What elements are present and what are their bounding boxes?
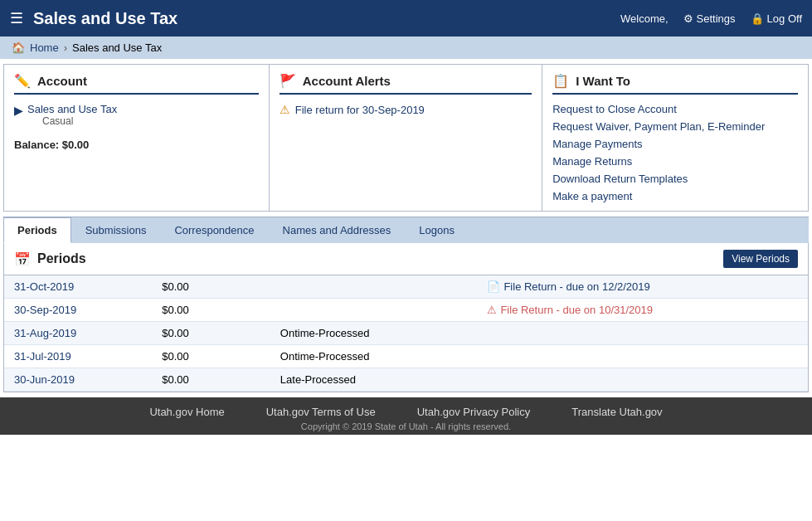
account-type: Casual	[42, 115, 117, 127]
period-status: Ontime-Processed	[270, 345, 478, 368]
footer-link-item[interactable]: Utah.gov Privacy Policy	[417, 406, 531, 418]
table-row: 31-Jul-2019$0.00Ontime-Processed	[4, 345, 808, 368]
period-amount: $0.00	[152, 275, 270, 299]
period-date[interactable]: 30-Sep-2019	[4, 299, 152, 322]
table-row: 31-Aug-2019$0.00Ontime-Processed	[4, 322, 808, 345]
period-date[interactable]: 30-Jun-2019	[4, 368, 152, 392]
period-status	[270, 275, 478, 299]
flag-icon: 🚩	[280, 73, 296, 89]
footer: Utah.gov HomeUtah.gov Terms of UseUtah.g…	[0, 397, 812, 435]
periods-table-body: 31-Oct-2019$0.00📄 File Return - due on 1…	[4, 275, 808, 392]
tabs-bar: PeriodsSubmissionsCorrespondenceNames an…	[3, 217, 809, 243]
iwantto-link-item[interactable]: Make a payment	[552, 190, 798, 202]
home-icon: 🏠	[12, 41, 25, 54]
footer-link-item[interactable]: Utah.gov Terms of Use	[266, 406, 376, 418]
calendar-icon: 📅	[14, 251, 31, 267]
tab-names-and-addresses[interactable]: Names and Addresses	[269, 217, 406, 243]
welcome-text: Welcome,	[620, 12, 669, 25]
iwantto-link-item[interactable]: Manage Returns	[552, 155, 798, 168]
table-row: 30-Sep-2019$0.00⚠ File Return - due on 1…	[4, 299, 808, 322]
periods-section: 📅 Periods View Periods 31-Oct-2019$0.00📄…	[3, 243, 809, 392]
iwantto-panel: 📋 I Want To Request to Close AccountRequ…	[542, 65, 808, 211]
iwantto-link-item[interactable]: Request Waiver, Payment Plan, E-Reminder	[552, 120, 798, 133]
period-action	[477, 322, 808, 345]
action-text: File Return - due on 12/2/2019	[503, 280, 649, 293]
iwantto-panel-header: 📋 I Want To	[552, 73, 798, 95]
iwantto-link-item[interactable]: Request to Close Account	[552, 103, 798, 115]
period-action	[477, 345, 808, 368]
footer-link-item[interactable]: Utah.gov Home	[149, 406, 224, 418]
period-date[interactable]: 31-Jul-2019	[4, 345, 152, 368]
settings-button[interactable]: ⚙ Settings	[683, 12, 736, 25]
header-right: Welcome, ⚙ Settings 🔒 Log Off	[620, 12, 802, 25]
view-periods-button[interactable]: View Periods	[723, 250, 798, 268]
account-balance: Balance: $0.00	[14, 139, 259, 151]
gear-icon: ⚙	[683, 12, 693, 25]
iwantto-links: Request to Close AccountRequest Waiver, …	[552, 103, 798, 202]
breadcrumb-separator: ›	[64, 41, 67, 54]
periods-header: 📅 Periods View Periods	[4, 243, 808, 275]
period-amount: $0.00	[152, 322, 270, 345]
alerts-panel-title: Account Alerts	[303, 74, 391, 88]
main-panels: ✏️ Account ▶ Sales and Use Tax Casual Ba…	[3, 64, 809, 212]
periods-title: 📅 Periods	[14, 251, 86, 267]
period-date[interactable]: 31-Aug-2019	[4, 322, 152, 345]
account-info: Sales and Use Tax Casual	[27, 103, 117, 127]
account-panel-title: Account	[37, 74, 87, 88]
account-item: ▶ Sales and Use Tax Casual	[14, 103, 259, 127]
period-status	[270, 299, 478, 322]
header: ☰ Sales and Use Tax Welcome, ⚙ Settings …	[0, 0, 812, 37]
menu-icon[interactable]: ☰	[10, 9, 23, 27]
iwantto-link-item[interactable]: Download Return Templates	[552, 173, 798, 185]
alert-item: ⚠ File return for 30-Sep-2019	[280, 103, 532, 116]
action-text: File Return - due on 10/31/2019	[500, 304, 653, 316]
tab-correspondence[interactable]: Correspondence	[160, 217, 268, 243]
app-title: Sales and Use Tax	[33, 9, 620, 28]
alerts-panel: 🚩 Account Alerts ⚠ File return for 30-Se…	[270, 65, 542, 211]
tab-periods[interactable]: Periods	[3, 217, 71, 243]
warning-icon: ⚠	[487, 304, 497, 316]
breadcrumb: 🏠 Home › Sales and Use Tax	[0, 37, 812, 59]
account-name[interactable]: Sales and Use Tax	[27, 103, 117, 115]
period-amount: $0.00	[152, 368, 270, 392]
period-amount: $0.00	[152, 345, 270, 368]
period-status: Late-Processed	[270, 368, 478, 392]
tab-logons[interactable]: Logons	[405, 217, 469, 243]
periods-table: 31-Oct-2019$0.00📄 File Return - due on 1…	[4, 275, 808, 392]
account-panel: ✏️ Account ▶ Sales and Use Tax Casual Ba…	[4, 65, 270, 211]
document-icon: 📄	[487, 280, 500, 293]
tab-submissions[interactable]: Submissions	[71, 217, 161, 243]
warning-icon: ⚠	[280, 103, 290, 116]
footer-copyright: Copyright © 2019 State of Utah - All rig…	[0, 421, 812, 431]
footer-link-item[interactable]: Translate Utah.gov	[571, 406, 662, 418]
breadcrumb-current: Sales and Use Tax	[72, 41, 162, 54]
period-action[interactable]: ⚠ File Return - due on 10/31/2019	[477, 299, 808, 322]
periods-heading: Periods	[37, 251, 86, 266]
period-status: Ontime-Processed	[270, 322, 478, 345]
period-date[interactable]: 31-Oct-2019	[4, 275, 152, 299]
period-action[interactable]: 📄 File Return - due on 12/2/2019	[477, 275, 808, 299]
breadcrumb-home[interactable]: Home	[30, 41, 59, 54]
iwantto-link-item[interactable]: Manage Payments	[552, 138, 798, 150]
iwantto-panel-title: I Want To	[576, 74, 630, 88]
table-row: 31-Oct-2019$0.00📄 File Return - due on 1…	[4, 275, 808, 299]
account-panel-header: ✏️ Account	[14, 73, 259, 95]
logoff-button[interactable]: 🔒 Log Off	[751, 12, 802, 25]
footer-links: Utah.gov HomeUtah.gov Terms of UseUtah.g…	[0, 406, 812, 418]
period-action	[477, 368, 808, 392]
period-amount: $0.00	[152, 299, 270, 322]
expand-arrow-icon[interactable]: ▶	[14, 105, 22, 117]
alerts-panel-header: 🚩 Account Alerts	[280, 73, 532, 95]
alert-link[interactable]: File return for 30-Sep-2019	[295, 104, 425, 116]
table-row: 30-Jun-2019$0.00Late-Processed	[4, 368, 808, 392]
edit-icon: ✏️	[14, 73, 31, 89]
clipboard-icon: 📋	[552, 73, 569, 89]
lock-icon: 🔒	[751, 12, 764, 25]
